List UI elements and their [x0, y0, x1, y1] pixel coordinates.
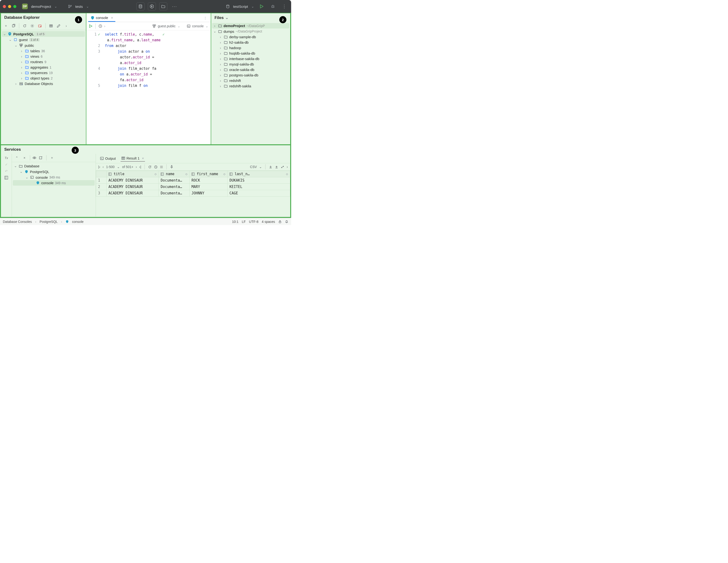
- run-button[interactable]: [257, 2, 266, 10]
- new-session-icon[interactable]: [38, 155, 44, 161]
- folder-node[interactable]: › postgres-sakila-db: [212, 72, 289, 78]
- lock-icon[interactable]: [278, 220, 282, 223]
- add-icon[interactable]: ＋: [49, 155, 55, 161]
- project-root-node[interactable]: › demoProject ~/DataGripP: [212, 23, 289, 28]
- folder-node[interactable]: ⌄ dumps ~/DataGripProject: [212, 28, 289, 34]
- indent[interactable]: 4 spaces: [262, 220, 275, 224]
- files-tool-icon[interactable]: [159, 2, 167, 10]
- export-format[interactable]: CSV: [250, 165, 257, 169]
- chevron-down-icon[interactable]: ⌄: [117, 165, 120, 169]
- encoding[interactable]: UTF-8: [249, 220, 258, 224]
- collapse-up-icon[interactable]: ⌃: [14, 155, 20, 161]
- cell[interactable]: ACADEMY DINOSAUR: [107, 184, 159, 190]
- table-row[interactable]: 2ACADEMY DINOSAURDocumenta…MARYKEITEL: [96, 184, 290, 190]
- project-name[interactable]: demoProject: [31, 5, 51, 9]
- line-ending[interactable]: LF: [242, 220, 246, 224]
- schema-selector[interactable]: guest.public: [158, 24, 176, 28]
- chevron-right-icon[interactable]: ›: [287, 165, 288, 169]
- chevron-right-icon[interactable]: ›: [219, 46, 222, 50]
- chevron-down-icon[interactable]: ⌄: [14, 164, 17, 168]
- chevron-down-icon[interactable]: ⌄: [177, 24, 180, 28]
- chevron-down-icon[interactable]: ⌄: [86, 5, 89, 8]
- schema-child-node[interactable]: › views 6: [2, 54, 85, 59]
- chevron-right-icon[interactable]: ›: [20, 76, 23, 80]
- chevron-down-icon[interactable]: ⌄: [259, 165, 262, 169]
- chevron-right-icon[interactable]: ›: [219, 68, 222, 72]
- cell[interactable]: CAGE: [228, 190, 290, 197]
- column-header[interactable]: last_n… ◇: [228, 171, 290, 177]
- page-range[interactable]: 1-500: [106, 165, 115, 169]
- vcs-branch[interactable]: tests: [75, 5, 83, 9]
- code-body[interactable]: select f.title, c.name, a.first_name, a.…: [103, 30, 163, 90]
- schema-child-node[interactable]: › routines 9: [2, 59, 85, 65]
- chevron-right-icon[interactable]: ›: [14, 82, 18, 86]
- table-row[interactable]: 3ACADEMY DINOSAURDocumenta…JOHNNYCAGE: [96, 190, 290, 197]
- stop-icon[interactable]: [160, 165, 163, 169]
- cell[interactable]: JOHNNY: [190, 190, 228, 197]
- close-window-button[interactable]: [3, 5, 6, 8]
- column-header[interactable]: first_name ◇: [190, 171, 228, 177]
- column-header[interactable]: title ◇: [107, 171, 159, 177]
- folder-node[interactable]: › h2-sakila-db: [212, 40, 289, 45]
- services-ds-node[interactable]: ⌄ PostgreSQL: [13, 169, 95, 174]
- close-icon[interactable]: ×: [21, 155, 28, 161]
- column-header[interactable]: name ◇: [159, 171, 190, 177]
- chevron-down-icon[interactable]: ⌄: [19, 169, 23, 174]
- folder-node[interactable]: › mysql-sakila-db: [212, 61, 289, 67]
- chevron-down-icon[interactable]: ⌄: [225, 15, 229, 20]
- chevron-down-icon[interactable]: ⌄: [54, 5, 57, 8]
- undo-icon[interactable]: ↶: [5, 169, 8, 173]
- tx-icon[interactable]: Tx: [5, 156, 8, 160]
- close-tab-icon[interactable]: ×: [142, 156, 144, 160]
- schema-child-node[interactable]: › tables 36: [2, 48, 85, 54]
- more-icon[interactable]: ···: [171, 2, 179, 10]
- chevron-right-icon[interactable]: ›: [20, 60, 23, 64]
- run-query-button[interactable]: [89, 24, 93, 28]
- services-result-node[interactable]: console 349 ms: [13, 180, 95, 186]
- folder-node[interactable]: › hadoop: [212, 45, 289, 51]
- chevron-right-icon[interactable]: ›: [20, 71, 23, 75]
- db-objects-node[interactable]: › Database Objects: [2, 81, 85, 86]
- code-editor[interactable]: 1✓2345 select f.title, c.name, a.first_n…: [86, 30, 211, 90]
- cell[interactable]: KEITEL: [228, 184, 290, 190]
- cell[interactable]: MARY: [190, 184, 228, 190]
- database-tool-icon[interactable]: [136, 2, 145, 10]
- chevron-down-icon[interactable]: ⌄: [25, 175, 28, 179]
- services-console-node[interactable]: ⌄ console 349 ms: [13, 174, 95, 180]
- console-selector[interactable]: console: [192, 24, 204, 28]
- chevron-right-icon[interactable]: ›: [20, 54, 23, 58]
- compare-icon[interactable]: [281, 165, 284, 169]
- cell[interactable]: ACADEMY DINOSAUR: [107, 177, 159, 184]
- schema-child-node[interactable]: › sequences 19: [2, 70, 85, 75]
- upload-icon[interactable]: [275, 165, 278, 169]
- settings-icon[interactable]: [29, 23, 35, 29]
- run-config-name[interactable]: testScript: [233, 5, 248, 9]
- tab-menu-icon[interactable]: ⋮: [202, 16, 209, 20]
- table-row[interactable]: 1ACADEMY DINOSAURDocumenta…ROCKDUKAKIS: [96, 177, 290, 184]
- folder-node[interactable]: › hsqldb-sakila-db: [212, 51, 289, 56]
- breadcrumb-item[interactable]: console: [72, 220, 84, 224]
- database-node[interactable]: ⌄ guest 1 of 4: [2, 37, 85, 42]
- chevron-right-icon[interactable]: ›: [219, 73, 222, 77]
- chevron-right-icon[interactable]: ›: [213, 24, 216, 28]
- refresh-icon[interactable]: [22, 23, 28, 29]
- pin-icon[interactable]: [170, 165, 173, 169]
- download-icon[interactable]: [269, 165, 272, 169]
- maximize-window-button[interactable]: [13, 5, 16, 8]
- files-title[interactable]: Files ⌄: [211, 13, 290, 22]
- chevron-right-icon[interactable]: ›: [219, 79, 222, 83]
- cell[interactable]: ACADEMY DINOSAUR: [107, 190, 159, 197]
- more-actions-icon[interactable]: ⋮: [280, 2, 288, 10]
- cell[interactable]: Documenta…: [159, 190, 190, 197]
- folder-node[interactable]: › oracle-sakila-db: [212, 67, 289, 72]
- cell[interactable]: Documenta…: [159, 184, 190, 190]
- minimize-window-button[interactable]: [8, 5, 11, 8]
- chevron-right-icon[interactable]: ›: [104, 24, 105, 28]
- chevron-down-icon[interactable]: ⌄: [251, 5, 254, 8]
- last-page-icon[interactable]: ›|: [139, 165, 141, 169]
- next-page-icon[interactable]: ›: [136, 165, 137, 169]
- first-page-icon[interactable]: |‹: [98, 165, 100, 169]
- schema-node[interactable]: ⌄ public: [2, 42, 85, 48]
- schema-child-node[interactable]: › aggregates 1: [2, 65, 85, 70]
- folder-node[interactable]: › redshift-sakila: [212, 83, 289, 89]
